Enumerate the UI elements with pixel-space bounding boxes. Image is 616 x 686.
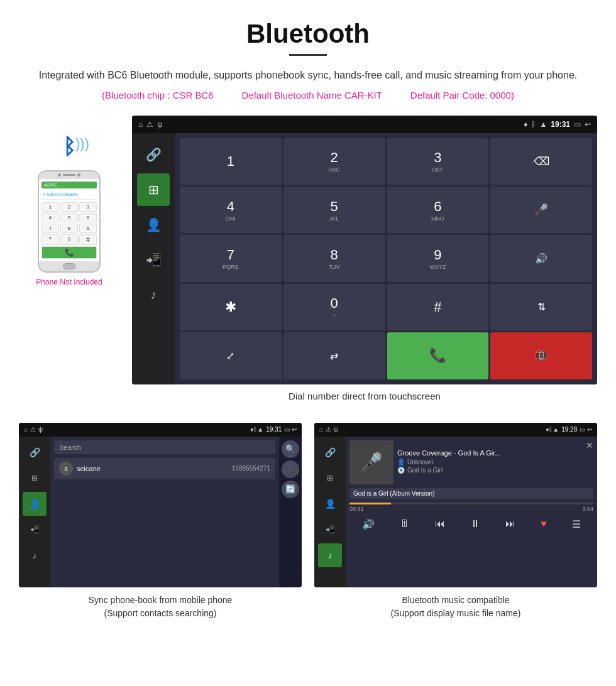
status-left: ⌂ ⚠ ψ [138,120,163,129]
phone-key-8[interactable]: 8 [60,224,78,233]
spec-name: Default Bluetooth Name CAR-KIT [242,90,382,101]
pb-time: 19:31 [266,426,282,433]
warning-icon: ⚠ [146,120,153,129]
phone-key-2[interactable]: 2 [60,202,78,212]
contact-row[interactable]: s seicane 15885554271 [54,458,275,479]
phone-bottom-bar [39,261,99,271]
phone-key-star[interactable]: * [41,234,59,245]
bluetooth-symbol-icon: ᛒ [63,134,75,158]
mu-nav-dialpad[interactable]: ⊞ [318,466,342,490]
home-icon: ⌂ [138,120,143,129]
pb-usb-icon: ψ [38,426,43,433]
playlist-btn[interactable]: ☰ [572,518,581,530]
dial-key-hash[interactable]: # [387,284,489,330]
phone-key-6[interactable]: 6 [79,213,97,222]
main-content: ᛒ ))) MORE + Add to Contacts 1 2 3 4 5 6 [0,109,616,416]
phone-key-call[interactable]: 📞 [41,246,97,259]
nav-calls-icon[interactable]: 📲 [137,244,170,276]
back-icon[interactable]: ↩ [585,120,591,129]
phone-keypad: 1 2 3 4 5 6 7 8 9 * 0 # 📞 [41,202,97,259]
nav-music-icon[interactable]: ♪ [137,279,170,312]
dial-key-end[interactable]: 📵 [490,332,592,379]
music-meta2: God Is a Girl [407,467,443,474]
music-info: Groove Coverage - God Is A Gir... 👤 Unkn… [393,449,586,475]
dial-key-1[interactable]: 1 [180,138,282,185]
dial-key-merge[interactable]: ⤢ [180,332,282,379]
music-caption-line2: (Support display music file name) [391,608,521,618]
mu-home-icon: ⌂ [319,426,323,433]
nav-dialpad-icon[interactable]: ⊞ [137,173,170,206]
dial-key-call[interactable]: 📞 [387,332,489,379]
mu-nav-music[interactable]: ♪ [318,543,342,567]
dial-key-backspace[interactable]: ⌫ [490,138,592,185]
pb-refresh-btn[interactable]: 🔄 [282,481,299,498]
search-bar[interactable]: Search [54,440,275,454]
dial-key-3[interactable]: 3DEF [387,138,489,185]
music-content: 🎤 Groove Coverage - God Is A Gir... 👤 Un… [346,437,597,587]
pb-nav-calls[interactable]: 📲 [23,518,47,542]
phone-sensor-dot [77,173,80,177]
mu-nav-contacts[interactable]: 👤 [318,492,342,516]
dial-key-volume[interactable]: 🔊 [490,235,592,281]
volume-btn[interactable]: 🔊 [362,518,375,530]
dial-key-6[interactable]: 6MNO [387,187,489,233]
phone-key-3[interactable]: 3 [79,202,97,212]
dial-key-5[interactable]: 5JKL [283,187,385,233]
dial-key-2[interactable]: 2ABC [283,138,385,185]
album-icon: 💿 [397,467,405,474]
music-meta-unknown: 👤 Unknown [397,459,582,466]
prev-btn[interactable]: ⏮ [435,518,445,530]
pb-home-icon: ⌂ [24,426,28,433]
nav-contacts-icon[interactable]: 👤 [137,209,170,241]
next-btn[interactable]: ⏭ [505,518,515,530]
phone-key-9[interactable]: 9 [79,224,97,233]
pb-nav-chain[interactable]: 🔗 [23,440,47,464]
page-header: Bluetooth Integrated with BC6 Bluetooth … [0,0,616,109]
music-screen: ⌂ ⚠ ψ ♦ᛒ▲ 19:28 ▭ ↩ 🔗 ⊞ 👤 📲 ♪ [314,423,597,587]
dial-key-transfer[interactable]: ⇄ [283,332,385,379]
phone-key-4[interactable]: 4 [41,213,59,222]
phone-key-7[interactable]: 7 [41,224,59,233]
mu-usb-icon: ψ [334,426,338,433]
pb-search-btn[interactable]: 🔍 [282,440,299,458]
favorite-btn[interactable]: ♥ [541,518,547,530]
pb-nav-dialpad[interactable]: ⊞ [23,466,47,490]
pb-nav-contacts[interactable]: 👤 [23,492,47,516]
dial-key-swap[interactable]: ⇅ [490,284,592,330]
music-body: 🔗 ⊞ 👤 📲 ♪ 🎤 Groove Coverage - God Is A G… [314,437,597,587]
dial-key-7[interactable]: 7PQRS [180,235,282,281]
status-right: ♦ ᛒ ▲ 19:31 ▭ ↩ [524,120,591,129]
music-caption: Bluetooth music compatible (Support disp… [391,594,521,620]
equalizer-btn[interactable]: 🎚 [400,518,410,530]
phonebook-caption-line1: Sync phone-book from mobile phone [89,595,233,605]
dial-key-star[interactable]: ✱ [180,284,282,330]
mu-bt-icon: ♦ᛒ▲ [546,426,559,433]
dial-key-9[interactable]: 9WXYZ [387,235,489,281]
mu-nav-calls[interactable]: 📲 [318,518,342,542]
phone-key-1[interactable]: 1 [41,202,59,212]
usb-icon: ψ [157,120,163,129]
phone-speaker [63,174,75,176]
pb-nav-music[interactable]: ♪ [23,543,47,567]
artist-icon: 👤 [397,459,405,466]
music-controls: 🔊 🎚 ⏮ ⏸ ⏭ ♥ ☰ [349,516,593,533]
nav-chain-icon[interactable]: 🔗 [137,138,170,171]
signal-icon: ▲ [539,120,547,129]
car-status-bar: ⌂ ⚠ ψ ♦ ᛒ ▲ 19:31 ▭ ↩ [132,116,597,133]
title-underline [289,54,327,56]
dial-key-8[interactable]: 8TUV [283,235,385,281]
dial-key-0[interactable]: 0+ [283,284,385,330]
dial-key-mute[interactable]: 🎤 [490,187,592,233]
pb-call-btn[interactable]: 📞 [282,460,299,478]
dial-key-4[interactable]: 4GHI [180,187,282,233]
music-close-btn[interactable]: ✕ [586,440,593,450]
music-playing-track: God is a Girl (Album Version) [349,488,593,499]
phone-key-0[interactable]: 0 [60,234,78,245]
mu-nav-chain[interactable]: 🔗 [318,440,342,464]
play-pause-btn[interactable]: ⏸ [470,518,480,530]
progress-track[interactable] [349,503,593,504]
music-header: 🎤 Groove Coverage - God Is A Gir... 👤 Un… [349,440,593,484]
phone-key-hash[interactable]: # [79,234,97,245]
phone-key-5[interactable]: 5 [60,213,78,222]
phone-home-button[interactable] [63,263,75,270]
